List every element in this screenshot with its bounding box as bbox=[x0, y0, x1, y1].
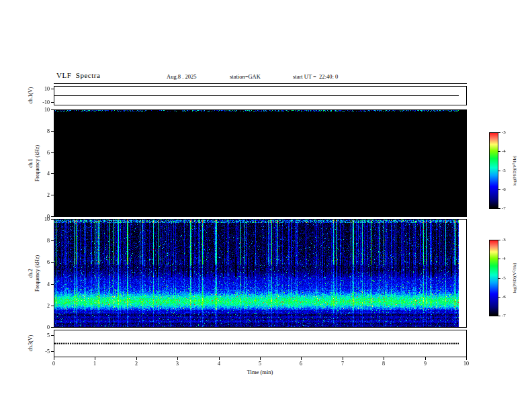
freq-tick-label: 4 bbox=[47, 281, 50, 287]
cb1-tick-label: -5 bbox=[502, 168, 506, 173]
tick-mark bbox=[51, 351, 54, 352]
ch3v-tick-label: 5 bbox=[47, 332, 50, 338]
tick-mark bbox=[54, 357, 54, 360]
freq-tick-label: 0 bbox=[47, 214, 50, 220]
freq-tick-label: 2 bbox=[47, 192, 50, 198]
time-tick-label: 8 bbox=[382, 361, 385, 367]
freq-tick-label: 10 bbox=[44, 107, 50, 113]
tick-mark bbox=[301, 357, 302, 360]
ch3v-tick-label: -5 bbox=[45, 349, 50, 355]
time-tick-label: 6 bbox=[300, 361, 302, 367]
tick-mark bbox=[51, 102, 54, 103]
tick-mark bbox=[498, 259, 500, 259]
freq-tick-label: 8 bbox=[47, 238, 50, 244]
vlf-spectra-figure: VLF Spectra Aug.8 . 2025 station=GAK sta… bbox=[0, 0, 532, 411]
ch1v-tick-label: 10 bbox=[44, 86, 50, 92]
tick-mark bbox=[51, 173, 54, 174]
tick-mark bbox=[498, 151, 500, 152]
time-tick-label: 3 bbox=[176, 361, 179, 367]
tick-mark bbox=[498, 208, 500, 209]
freq-tick-label: 6 bbox=[47, 150, 50, 156]
tick-mark bbox=[51, 335, 54, 336]
tick-mark bbox=[498, 278, 500, 279]
tick-mark bbox=[498, 189, 500, 190]
tick-mark bbox=[498, 132, 500, 133]
tick-mark bbox=[51, 219, 54, 220]
cb2-tick-label: -5 bbox=[502, 275, 506, 281]
tick-mark bbox=[51, 284, 54, 285]
cb1-tick-label: -3 bbox=[502, 130, 506, 135]
tick-mark bbox=[177, 357, 178, 360]
time-tick-label: 2 bbox=[135, 361, 138, 367]
cb1-tick-label: -6 bbox=[502, 187, 506, 192]
tick-mark bbox=[498, 316, 500, 316]
time-tick-label: 9 bbox=[424, 361, 427, 367]
tick-mark bbox=[51, 195, 54, 195]
tick-mark bbox=[136, 357, 137, 360]
tick-mark bbox=[498, 297, 500, 298]
cb2-tick-label: -4 bbox=[502, 256, 506, 261]
freq-tick-label: 4 bbox=[47, 171, 50, 177]
tick-mark bbox=[466, 357, 467, 360]
tick-mark bbox=[51, 152, 54, 153]
ch1v-tick-label: -10 bbox=[42, 99, 50, 105]
tick-mark bbox=[498, 240, 500, 240]
tick-mark bbox=[51, 216, 54, 217]
cb2-tick-label: -6 bbox=[502, 294, 506, 300]
tick-mark bbox=[425, 357, 426, 360]
cb1-tick-label: -7 bbox=[502, 205, 506, 211]
cb2-tick-label: -3 bbox=[502, 237, 506, 242]
tick-mark bbox=[51, 89, 54, 89]
tick-mark bbox=[384, 357, 384, 360]
cb2-tick-label: -7 bbox=[502, 313, 506, 318]
tick-mark bbox=[219, 357, 220, 360]
tick-mark bbox=[51, 240, 54, 241]
time-tick-label: 5 bbox=[259, 361, 261, 367]
tick-mark bbox=[51, 131, 54, 132]
freq-tick-label: 2 bbox=[47, 303, 50, 309]
tick-mark bbox=[51, 306, 54, 306]
time-tick-label: 1 bbox=[93, 361, 96, 367]
time-tick-label: 4 bbox=[218, 361, 220, 367]
tick-mark bbox=[498, 171, 500, 171]
tick-mark bbox=[51, 262, 54, 263]
time-tick-label: 0 bbox=[52, 361, 55, 367]
time-tick-label: 7 bbox=[341, 361, 344, 367]
time-tick-label: 10 bbox=[463, 361, 469, 367]
tick-mark bbox=[95, 357, 95, 360]
tick-mark bbox=[51, 327, 54, 328]
tick-mark bbox=[343, 357, 343, 360]
tick-mark bbox=[51, 109, 54, 110]
tick-mark bbox=[260, 357, 261, 360]
freq-tick-label: 0 bbox=[47, 324, 50, 330]
ticks-layer: 10-10101088664422005-5012345678910-3-4-5… bbox=[0, 0, 532, 411]
cb1-tick-label: -4 bbox=[502, 148, 506, 154]
freq-tick-label: 8 bbox=[47, 128, 50, 134]
freq-tick-label: 6 bbox=[47, 259, 50, 265]
